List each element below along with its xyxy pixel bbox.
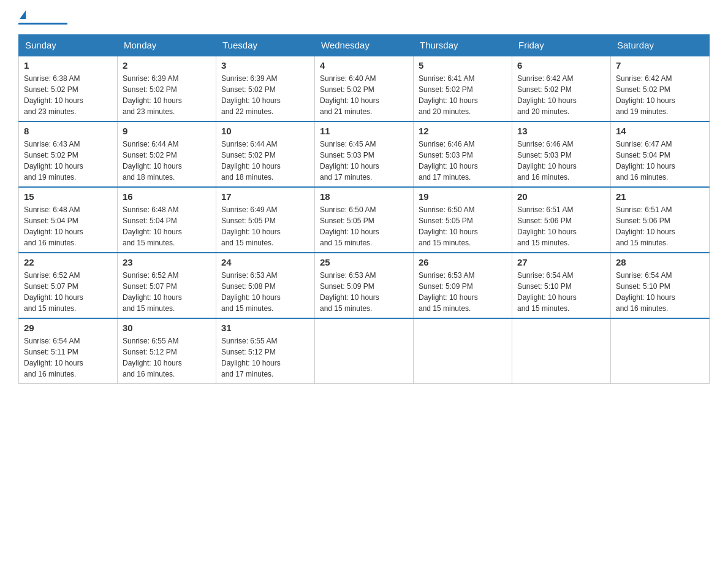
calendar-day-cell: 23Sunrise: 6:52 AMSunset: 5:07 PMDayligh… xyxy=(118,253,216,318)
day-info: Sunrise: 6:52 AMSunset: 5:07 PMDaylight:… xyxy=(24,270,112,314)
weekday-header-saturday: Saturday xyxy=(611,35,710,56)
calendar-day-cell: 27Sunrise: 6:54 AMSunset: 5:10 PMDayligh… xyxy=(512,253,611,318)
day-number: 28 xyxy=(616,257,704,267)
day-info: Sunrise: 6:47 AMSunset: 5:04 PMDaylight:… xyxy=(616,139,704,183)
day-number: 21 xyxy=(616,191,704,202)
day-info: Sunrise: 6:48 AMSunset: 5:04 PMDaylight:… xyxy=(123,204,211,248)
logo-triangle-icon xyxy=(20,10,26,19)
calendar-day-cell: 16Sunrise: 6:48 AMSunset: 5:04 PMDayligh… xyxy=(118,187,216,253)
day-info: Sunrise: 6:45 AMSunset: 5:03 PMDaylight:… xyxy=(320,139,408,183)
calendar-day-cell: 1Sunrise: 6:38 AMSunset: 5:02 PMDaylight… xyxy=(19,56,118,121)
day-number: 12 xyxy=(419,126,507,136)
weekday-header-tuesday: Tuesday xyxy=(216,35,315,56)
logo xyxy=(18,12,67,25)
day-number: 5 xyxy=(419,60,507,71)
day-number: 14 xyxy=(616,126,704,136)
calendar-day-cell: 6Sunrise: 6:42 AMSunset: 5:02 PMDaylight… xyxy=(512,56,611,121)
calendar-day-cell: 8Sunrise: 6:43 AMSunset: 5:02 PMDaylight… xyxy=(19,121,118,187)
day-number: 10 xyxy=(221,126,309,136)
page-header xyxy=(18,12,710,25)
day-info: Sunrise: 6:52 AMSunset: 5:07 PMDaylight:… xyxy=(123,270,211,314)
day-number: 18 xyxy=(320,191,408,202)
day-number: 15 xyxy=(24,191,112,202)
calendar-day-cell: 13Sunrise: 6:46 AMSunset: 5:03 PMDayligh… xyxy=(512,121,611,187)
calendar-day-cell: 9Sunrise: 6:44 AMSunset: 5:02 PMDaylight… xyxy=(118,121,216,187)
weekday-header-thursday: Thursday xyxy=(414,35,512,56)
calendar-day-cell: 30Sunrise: 6:55 AMSunset: 5:12 PMDayligh… xyxy=(118,318,216,384)
calendar-week-row: 1Sunrise: 6:38 AMSunset: 5:02 PMDaylight… xyxy=(19,56,710,121)
day-info: Sunrise: 6:55 AMSunset: 5:12 PMDaylight:… xyxy=(221,335,309,380)
day-info: Sunrise: 6:39 AMSunset: 5:02 PMDaylight:… xyxy=(221,73,309,117)
day-number: 7 xyxy=(616,60,704,71)
day-info: Sunrise: 6:46 AMSunset: 5:03 PMDaylight:… xyxy=(517,139,605,183)
calendar-week-row: 8Sunrise: 6:43 AMSunset: 5:02 PMDaylight… xyxy=(19,121,710,187)
day-number: 9 xyxy=(123,126,211,136)
day-info: Sunrise: 6:53 AMSunset: 5:08 PMDaylight:… xyxy=(221,270,309,314)
day-number: 22 xyxy=(24,257,112,267)
weekday-header-wednesday: Wednesday xyxy=(315,35,414,56)
day-info: Sunrise: 6:40 AMSunset: 5:02 PMDaylight:… xyxy=(320,73,408,117)
weekday-header-friday: Friday xyxy=(512,35,611,56)
calendar-day-cell: 3Sunrise: 6:39 AMSunset: 5:02 PMDaylight… xyxy=(216,56,315,121)
calendar-day-cell: 31Sunrise: 6:55 AMSunset: 5:12 PMDayligh… xyxy=(216,318,315,384)
logo-underline xyxy=(18,23,67,25)
calendar-day-cell: 17Sunrise: 6:49 AMSunset: 5:05 PMDayligh… xyxy=(216,187,315,253)
calendar-day-cell: 22Sunrise: 6:52 AMSunset: 5:07 PMDayligh… xyxy=(19,253,118,318)
day-number: 17 xyxy=(221,191,309,202)
day-number: 1 xyxy=(24,60,112,71)
calendar-day-cell xyxy=(414,318,512,384)
day-number: 11 xyxy=(320,126,408,136)
day-number: 16 xyxy=(123,191,211,202)
day-info: Sunrise: 6:50 AMSunset: 5:05 PMDaylight:… xyxy=(320,204,408,248)
day-info: Sunrise: 6:54 AMSunset: 5:11 PMDaylight:… xyxy=(24,335,112,380)
calendar-day-cell: 25Sunrise: 6:53 AMSunset: 5:09 PMDayligh… xyxy=(315,253,414,318)
calendar-day-cell: 18Sunrise: 6:50 AMSunset: 5:05 PMDayligh… xyxy=(315,187,414,253)
calendar-day-cell: 21Sunrise: 6:51 AMSunset: 5:06 PMDayligh… xyxy=(611,187,710,253)
day-number: 25 xyxy=(320,257,408,267)
day-info: Sunrise: 6:50 AMSunset: 5:05 PMDaylight:… xyxy=(419,204,507,248)
calendar-day-cell: 14Sunrise: 6:47 AMSunset: 5:04 PMDayligh… xyxy=(611,121,710,187)
calendar-week-row: 15Sunrise: 6:48 AMSunset: 5:04 PMDayligh… xyxy=(19,187,710,253)
day-info: Sunrise: 6:49 AMSunset: 5:05 PMDaylight:… xyxy=(221,204,309,248)
calendar-day-cell: 4Sunrise: 6:40 AMSunset: 5:02 PMDaylight… xyxy=(315,56,414,121)
day-info: Sunrise: 6:39 AMSunset: 5:02 PMDaylight:… xyxy=(123,73,211,117)
calendar-day-cell: 19Sunrise: 6:50 AMSunset: 5:05 PMDayligh… xyxy=(414,187,512,253)
day-info: Sunrise: 6:54 AMSunset: 5:10 PMDaylight:… xyxy=(616,270,704,314)
calendar-table: SundayMondayTuesdayWednesdayThursdayFrid… xyxy=(18,34,710,384)
day-number: 3 xyxy=(221,60,309,71)
day-info: Sunrise: 6:42 AMSunset: 5:02 PMDaylight:… xyxy=(517,73,605,117)
day-number: 2 xyxy=(123,60,211,71)
calendar-day-cell: 15Sunrise: 6:48 AMSunset: 5:04 PMDayligh… xyxy=(19,187,118,253)
day-info: Sunrise: 6:41 AMSunset: 5:02 PMDaylight:… xyxy=(419,73,507,117)
day-info: Sunrise: 6:44 AMSunset: 5:02 PMDaylight:… xyxy=(123,139,211,183)
day-number: 31 xyxy=(221,323,309,333)
day-number: 27 xyxy=(517,257,605,267)
calendar-day-cell: 29Sunrise: 6:54 AMSunset: 5:11 PMDayligh… xyxy=(19,318,118,384)
day-info: Sunrise: 6:46 AMSunset: 5:03 PMDaylight:… xyxy=(419,139,507,183)
day-number: 4 xyxy=(320,60,408,71)
day-number: 20 xyxy=(517,191,605,202)
day-number: 8 xyxy=(24,126,112,136)
day-info: Sunrise: 6:48 AMSunset: 5:04 PMDaylight:… xyxy=(24,204,112,248)
day-info: Sunrise: 6:53 AMSunset: 5:09 PMDaylight:… xyxy=(419,270,507,314)
calendar-week-row: 22Sunrise: 6:52 AMSunset: 5:07 PMDayligh… xyxy=(19,253,710,318)
weekday-header-sunday: Sunday xyxy=(19,35,118,56)
calendar-day-cell: 24Sunrise: 6:53 AMSunset: 5:08 PMDayligh… xyxy=(216,253,315,318)
day-info: Sunrise: 6:51 AMSunset: 5:06 PMDaylight:… xyxy=(616,204,704,248)
day-number: 6 xyxy=(517,60,605,71)
calendar-day-cell: 20Sunrise: 6:51 AMSunset: 5:06 PMDayligh… xyxy=(512,187,611,253)
weekday-header-monday: Monday xyxy=(118,35,216,56)
day-number: 13 xyxy=(517,126,605,136)
calendar-day-cell: 11Sunrise: 6:45 AMSunset: 5:03 PMDayligh… xyxy=(315,121,414,187)
day-number: 19 xyxy=(419,191,507,202)
calendar-week-row: 29Sunrise: 6:54 AMSunset: 5:11 PMDayligh… xyxy=(19,318,710,384)
day-number: 26 xyxy=(419,257,507,267)
day-info: Sunrise: 6:43 AMSunset: 5:02 PMDaylight:… xyxy=(24,139,112,183)
calendar-header-row: SundayMondayTuesdayWednesdayThursdayFrid… xyxy=(19,35,710,56)
calendar-day-cell: 26Sunrise: 6:53 AMSunset: 5:09 PMDayligh… xyxy=(414,253,512,318)
calendar-day-cell xyxy=(315,318,414,384)
calendar-day-cell: 10Sunrise: 6:44 AMSunset: 5:02 PMDayligh… xyxy=(216,121,315,187)
day-number: 23 xyxy=(123,257,211,267)
calendar-day-cell xyxy=(512,318,611,384)
day-info: Sunrise: 6:51 AMSunset: 5:06 PMDaylight:… xyxy=(517,204,605,248)
